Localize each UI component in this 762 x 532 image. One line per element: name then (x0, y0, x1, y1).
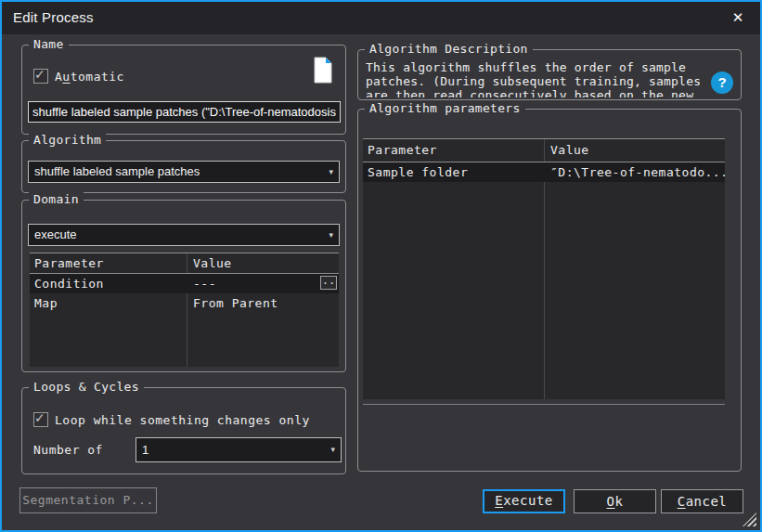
table-row-condition[interactable]: Condition --- .. (30, 274, 339, 293)
check-icon: ✓ (34, 68, 45, 81)
row-parameter: Sample folder (368, 162, 468, 182)
name-group: Name ✓Automatic (21, 45, 346, 135)
resize-grip[interactable] (743, 513, 756, 526)
checkbox-box[interactable]: ✓ (33, 412, 48, 427)
domain-parameters-table: Parameter Value Condition --- .. Map Fro… (30, 253, 339, 367)
execute-button[interactable]: Execute (483, 489, 565, 513)
loops-group-title: Loops & Cycles (29, 380, 144, 394)
chevron-down-icon: ▾ (329, 162, 333, 182)
name-group-title: Name (29, 37, 69, 51)
parameters-group-title: Algorithm parameters (365, 101, 525, 115)
domain-group-title: Domain (29, 192, 84, 206)
algorithm-parameters-table: Parameter Value Sample folder ″D:\Tree-o… (363, 138, 725, 399)
header-parameter: Parameter (368, 139, 437, 162)
check-icon: ✓ (34, 411, 45, 424)
description-line: are then read consecutively based on the… (366, 88, 700, 97)
loop-while-checkbox[interactable]: ✓Loop while something changes only (33, 412, 310, 427)
table-row-sample-folder[interactable]: Sample folder ″D:\Tree-of-nematodo... (363, 162, 725, 182)
number-of-label: Number of (33, 443, 103, 457)
row-value: From Parent (193, 293, 278, 313)
number-of-value: 1 (142, 438, 320, 461)
automatic-label: Automatic (55, 70, 124, 84)
process-name-input[interactable] (28, 101, 341, 123)
close-icon[interactable]: ✕ (727, 6, 749, 29)
algorithm-dropdown-value: shuffle labeled sample patches (34, 162, 318, 182)
description-line: This algorithm shuffles the order of sam… (366, 60, 700, 74)
description-line: patches. (During subsequent training, sa… (366, 74, 700, 88)
algorithm-parameters-group: Algorithm parameters Parameter Value Sam… (357, 109, 742, 472)
title-bar[interactable]: Edit Process ✕ (2, 2, 760, 34)
chevron-down-icon: ▾ (330, 438, 335, 461)
algorithm-dropdown[interactable]: shuffle labeled sample patches ▾ (28, 161, 340, 183)
edit-process-dialog: Edit Process ✕ Name ✓Automatic Algorithm… (0, 0, 762, 532)
header-parameter: Parameter (34, 253, 104, 273)
row-value: --- (193, 274, 216, 293)
algorithm-group: Algorithm shuffle labeled sample patches… (21, 140, 346, 193)
browse-button[interactable]: .. (320, 276, 337, 290)
ok-button[interactable]: Ok (574, 489, 656, 513)
description-group-title: Algorithm Description (365, 42, 533, 56)
algorithm-description-text: This algorithm shuffles the order of sam… (366, 60, 700, 97)
header-value: Value (193, 253, 232, 273)
loops-cycles-group: Loops & Cycles ✓Loop while something cha… (21, 387, 346, 474)
cancel-button[interactable]: Cancel (661, 489, 743, 513)
table-header: Parameter Value (363, 138, 725, 162)
header-value: Value (550, 139, 589, 162)
table-bottom-separator (363, 404, 725, 405)
loop-while-label: Loop while something changes only (55, 413, 310, 427)
domain-dropdown-value: execute (34, 225, 318, 245)
row-parameter: Map (34, 293, 58, 313)
domain-dropdown[interactable]: execute ▾ (28, 224, 340, 246)
new-document-icon[interactable] (313, 57, 333, 87)
row-value: ″D:\Tree-of-nematodo... (550, 162, 725, 182)
segmentation-button[interactable]: Segmentation P... (19, 487, 157, 513)
algorithm-group-title: Algorithm (29, 133, 106, 147)
table-header: Parameter Value (30, 253, 339, 274)
number-of-dropdown[interactable]: 1 ▾ (136, 437, 342, 462)
dialog-title: Edit Process (13, 9, 94, 25)
help-icon[interactable]: ? (711, 71, 733, 94)
domain-group: Domain execute ▾ Parameter Value Conditi… (21, 200, 346, 372)
chevron-down-icon: ▾ (329, 225, 333, 245)
automatic-checkbox[interactable]: ✓Automatic (33, 69, 124, 84)
checkbox-box[interactable]: ✓ (33, 69, 48, 84)
table-row-map[interactable]: Map From Parent (30, 293, 339, 313)
row-parameter: Condition (34, 274, 104, 293)
algorithm-description-group: Algorithm Description This algorithm shu… (357, 49, 742, 100)
